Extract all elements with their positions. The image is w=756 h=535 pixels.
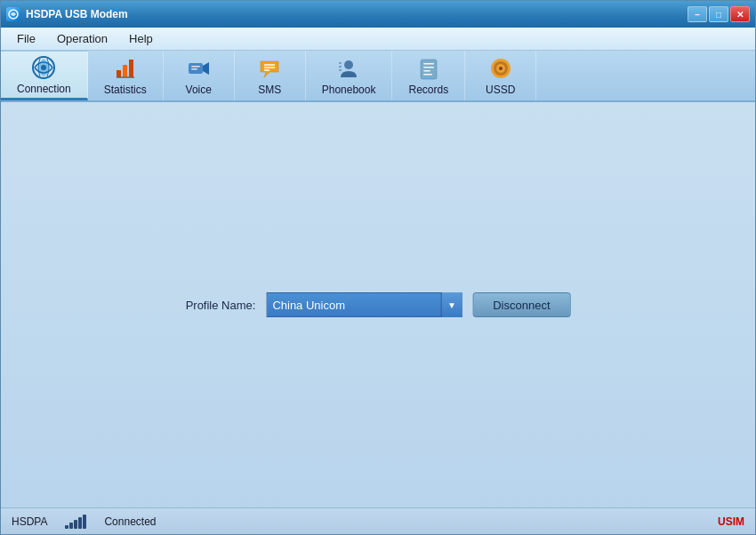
svg-rect-21 [423,70,430,72]
svg-point-26 [499,67,503,70]
voice-icon [186,56,211,81]
tab-connection[interactable]: Connection [1,51,88,100]
signal-indicator [65,515,86,529]
records-icon [416,56,441,81]
svg-rect-5 [129,60,133,77]
main-window: HSDPA USB Modem – □ ✕ File Operation Hel… [0,0,756,535]
svg-rect-16 [339,66,342,68]
connection-status: Connected [104,515,156,528]
svg-rect-15 [339,62,342,64]
svg-rect-9 [191,66,200,68]
svg-rect-18 [421,60,437,79]
network-type: HSDPA [12,515,47,528]
minimize-button[interactable]: – [688,6,707,22]
svg-rect-20 [423,67,434,68]
window-controls: – □ ✕ [688,6,750,22]
tab-voice[interactable]: Voice [164,51,235,100]
close-button[interactable]: ✕ [730,6,750,22]
tab-records[interactable]: Records [392,51,465,100]
phonebook-icon [336,56,361,81]
svg-rect-19 [423,63,434,65]
sim-status: USIM [718,515,744,528]
ussd-icon [488,56,513,81]
svg-point-2 [41,65,46,70]
svg-rect-4 [123,65,127,77]
voice-label: Voice [186,84,212,96]
profile-select-wrapper: China Unicom Default ▼ [266,292,462,317]
main-content: Profile Name: China Unicom Default ▼ Dis… [1,102,755,507]
signal-bar-2 [69,523,73,529]
connection-label: Connection [17,83,71,95]
toolbar: Connection Statistics [1,51,755,102]
phonebook-label: Phonebook [322,84,376,96]
sms-label: SMS [258,84,281,96]
disconnect-button[interactable]: Disconnect [472,292,570,317]
profile-name-label: Profile Name: [186,299,256,312]
svg-rect-10 [191,68,197,70]
menubar: File Operation Help [1,28,755,51]
statusbar: HSDPA Connected USIM [1,507,755,534]
signal-bar-5 [83,515,86,529]
svg-marker-8 [203,62,209,75]
menu-file[interactable]: File [8,30,44,47]
titlebar: HSDPA USB Modem – □ ✕ [1,1,755,28]
tab-statistics[interactable]: Statistics [88,51,164,100]
maximize-button[interactable]: □ [709,6,728,22]
tab-phonebook[interactable]: Phonebook [306,51,393,100]
svg-rect-3 [117,70,121,77]
svg-rect-22 [423,74,432,76]
signal-bars [65,515,86,529]
connection-icon [31,55,56,80]
titlebar-left: HSDPA USB Modem [6,7,128,21]
statistics-label: Statistics [104,84,147,96]
signal-bar-3 [74,520,77,529]
menu-help[interactable]: Help [120,30,162,47]
tab-sms[interactable]: SMS [235,51,306,100]
tab-ussd[interactable]: USSD [465,51,536,100]
profile-name-select[interactable]: China Unicom Default [266,292,462,317]
signal-bar-4 [78,517,82,529]
ussd-label: USSD [486,84,515,96]
statistics-icon [113,56,138,81]
menu-operation[interactable]: Operation [48,30,117,47]
profile-form: Profile Name: China Unicom Default ▼ Dis… [186,292,571,317]
window-title: HSDPA USB Modem [26,8,128,20]
signal-bar-1 [65,525,68,529]
records-label: Records [408,84,448,96]
app-icon [6,7,20,21]
svg-point-14 [344,60,353,69]
sms-icon [257,56,282,81]
svg-rect-17 [339,69,342,71]
